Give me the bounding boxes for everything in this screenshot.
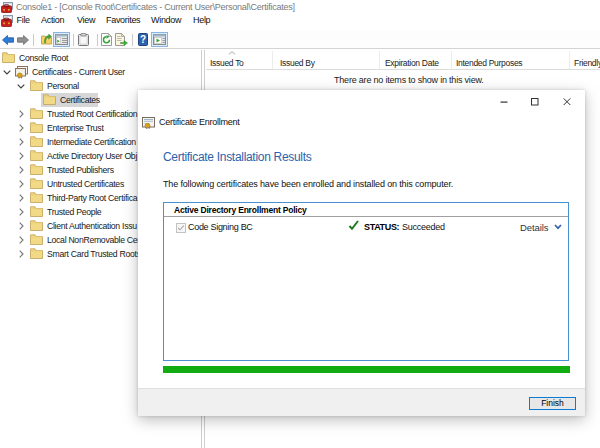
svg-text:?: ? (140, 34, 146, 45)
